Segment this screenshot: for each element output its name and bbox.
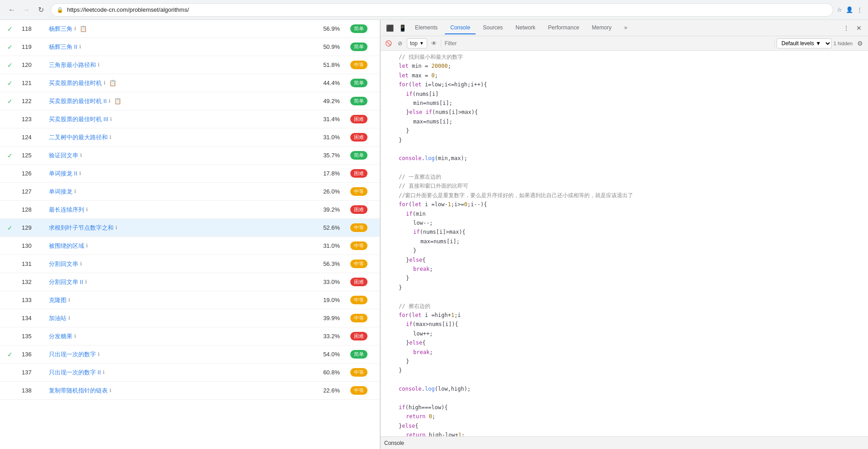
clear-console-button[interactable]: 🚫 — [383, 38, 393, 48]
check-col: ✓ — [7, 80, 22, 87]
table-row[interactable]: 133 克隆图 ℹ 19.0% 中等 — [0, 291, 380, 309]
menu-icon[interactable]: ⋮ — [857, 6, 863, 13]
check-col: ✓ — [7, 224, 22, 232]
solved-check-icon: ✓ — [7, 43, 13, 51]
tab-more[interactable]: » — [619, 22, 633, 34]
diff-badge: 中等 — [350, 314, 367, 322]
table-row[interactable]: ✓ 122 买卖股票的最佳时机 II ℹ📋 49.2% 简单 — [0, 92, 380, 110]
problem-title[interactable]: 分割回文串 II ℹ — [49, 278, 304, 286]
filter-input[interactable] — [443, 40, 773, 47]
table-row[interactable]: 124 二叉树中的最大路径和 ℹ 31.0% 困难 — [0, 128, 380, 147]
problem-title[interactable]: 杨辉三角 II ℹ — [49, 43, 304, 51]
tab-elements[interactable]: Elements — [410, 22, 443, 34]
table-row[interactable]: ✓ 119 杨辉三角 II ℹ 50.9% 简单 — [0, 38, 380, 56]
table-row[interactable]: 138 复制带随机指针的链表 ℹ 22.6% 中等 — [0, 382, 380, 400]
problem-pct: 39.9% — [304, 315, 340, 321]
context-select[interactable]: top ▼ — [407, 38, 427, 48]
console-line: console.log(min,max); — [381, 154, 868, 163]
profile-icon[interactable]: 👤 — [846, 6, 853, 13]
problem-title[interactable]: 克隆图 ℹ — [49, 296, 304, 304]
problem-title[interactable]: 买卖股票的最佳时机 II ℹ📋 — [49, 97, 304, 105]
console-line: // 找到最小和最大的数字 — [381, 52, 868, 61]
table-row[interactable]: ✓ 118 杨辉三角 ℹ📋 56.9% 简单 — [0, 20, 380, 38]
table-row[interactable]: 126 单词接龙 II ℹ 17.8% 困难 — [0, 165, 380, 183]
console-settings-button[interactable]: ⚙ — [854, 38, 865, 49]
problem-number: 129 — [22, 224, 49, 231]
bookmark-icon[interactable]: ☆ — [837, 6, 842, 13]
doc-icon: 📋 — [109, 80, 116, 86]
tab-console[interactable]: Console — [445, 22, 476, 34]
info-icon: ℹ — [79, 170, 81, 176]
back-button[interactable]: ← — [5, 4, 18, 16]
console-line: return high-low+1; — [381, 430, 868, 436]
table-row[interactable]: 131 分割回文串 ℹ 56.3% 中等 — [0, 255, 380, 273]
console-line: if(nums[i]>max){ — [381, 227, 868, 236]
problem-title[interactable]: 复制带随机指针的链表 ℹ — [49, 387, 304, 395]
problem-title[interactable]: 验证回文串 ℹ — [49, 151, 304, 160]
console-line — [381, 163, 868, 172]
problem-diff: 中等 — [345, 187, 372, 196]
console-line: }else{ — [381, 421, 868, 430]
problem-title[interactable]: 三角形最小路径和 ℹ — [49, 61, 304, 69]
inspect-element-button[interactable]: ⬛ — [384, 23, 395, 33]
problem-title[interactable]: 买卖股票的最佳时机 ℹ📋 — [49, 79, 304, 87]
diff-badge: 中等 — [350, 386, 367, 395]
problem-number: 118 — [22, 25, 49, 32]
problem-title[interactable]: 求根到叶子节点数字之和 ℹ — [49, 224, 304, 232]
table-row[interactable]: ✓ 136 只出现一次的数字 ℹ 54.0% 简单 — [0, 345, 380, 364]
problem-title[interactable]: 单词接龙 II ℹ — [49, 170, 304, 178]
table-row[interactable]: 137 只出现一次的数字 II ℹ 60.8% 中等 — [0, 364, 380, 382]
console-line: break; — [381, 348, 868, 357]
device-toolbar-button[interactable]: 📱 — [397, 23, 408, 33]
table-row[interactable]: ✓ 129 求根到叶子节点数字之和 ℹ 52.6% 中等 — [0, 219, 380, 237]
problem-title[interactable]: 分发糖果 ℹ — [49, 332, 304, 340]
table-row[interactable]: 128 最长连续序列 ℹ 39.2% 困难 — [0, 201, 380, 219]
table-row[interactable]: 127 单词接龙 ℹ 26.0% 中等 — [0, 183, 380, 201]
console-line: for(let i =low-1;i>=0;i--){ — [381, 200, 868, 209]
preserve-log-button[interactable]: ⊘ — [395, 38, 405, 48]
problem-pct: 54.0% — [304, 351, 340, 358]
url-text: https://leetcode-cn.com/problemset/algor… — [67, 6, 189, 13]
tab-network[interactable]: Network — [510, 22, 541, 34]
problem-diff: 中等 — [345, 260, 372, 268]
table-row[interactable]: 135 分发糖果 ℹ 33.2% 困难 — [0, 327, 380, 345]
table-row[interactable]: 132 分割回文串 II ℹ 33.0% 困难 — [0, 273, 380, 291]
table-row[interactable]: 130 被围绕的区域 ℹ 31.0% 中等 — [0, 237, 380, 255]
info-icon: ℹ — [80, 152, 82, 158]
problem-title[interactable]: 买卖股票的最佳时机 III ℹ — [49, 115, 304, 123]
tab-memory[interactable]: Memory — [587, 22, 617, 34]
problem-number: 133 — [22, 297, 49, 303]
filter-separator2 — [774, 39, 775, 47]
problem-title[interactable]: 分割回文串 ℹ — [49, 260, 304, 268]
eye-button[interactable]: 👁 — [429, 38, 439, 48]
tab-sources[interactable]: Sources — [477, 22, 508, 34]
levels-select[interactable]: Default levels ▼ — [777, 38, 832, 48]
devtools-settings-button[interactable]: ⋮ — [841, 23, 852, 33]
address-bar[interactable]: 🔒 https://leetcode-cn.com/problemset/alg… — [51, 3, 833, 17]
devtools-close-button[interactable]: ✕ — [854, 23, 864, 33]
solved-check-icon: ✓ — [7, 80, 13, 87]
forward-button[interactable]: → — [20, 4, 33, 16]
console-line: }else if(nums[i]>max){ — [381, 108, 868, 117]
problem-title[interactable]: 只出现一次的数字 II ℹ — [49, 369, 304, 377]
problem-title[interactable]: 杨辉三角 ℹ📋 — [49, 25, 304, 33]
table-row[interactable]: ✓ 121 买卖股票的最佳时机 ℹ📋 44.4% 简单 — [0, 74, 380, 92]
console-line — [381, 292, 868, 301]
table-row[interactable]: 123 买卖股票的最佳时机 III ℹ 31.4% 困难 — [0, 110, 380, 128]
nav-buttons: ← → ↻ — [5, 4, 47, 16]
info-icon: ℹ — [68, 315, 70, 321]
table-row[interactable]: 134 加油站 ℹ 39.9% 中等 — [0, 309, 380, 327]
check-col: ✓ — [7, 43, 22, 51]
problem-title[interactable]: 加油站 ℹ — [49, 314, 304, 322]
info-icon: ℹ — [110, 134, 111, 140]
tab-performance[interactable]: Performance — [543, 22, 585, 34]
problem-title[interactable]: 最长连续序列 ℹ — [49, 206, 304, 214]
problem-title[interactable]: 单词接龙 ℹ — [49, 188, 304, 196]
table-row[interactable]: ✓ 120 三角形最小路径和 ℹ 51.8% 中等 — [0, 56, 380, 74]
problem-title[interactable]: 只出现一次的数字 ℹ — [49, 350, 304, 359]
table-row[interactable]: ✓ 125 验证回文串 ℹ 35.7% 简单 — [0, 147, 380, 165]
problem-title[interactable]: 被围绕的区域 ℹ — [49, 242, 304, 250]
reload-button[interactable]: ↻ — [34, 4, 47, 16]
problem-diff: 简单 — [345, 350, 372, 359]
problem-title[interactable]: 二叉树中的最大路径和 ℹ — [49, 133, 304, 142]
